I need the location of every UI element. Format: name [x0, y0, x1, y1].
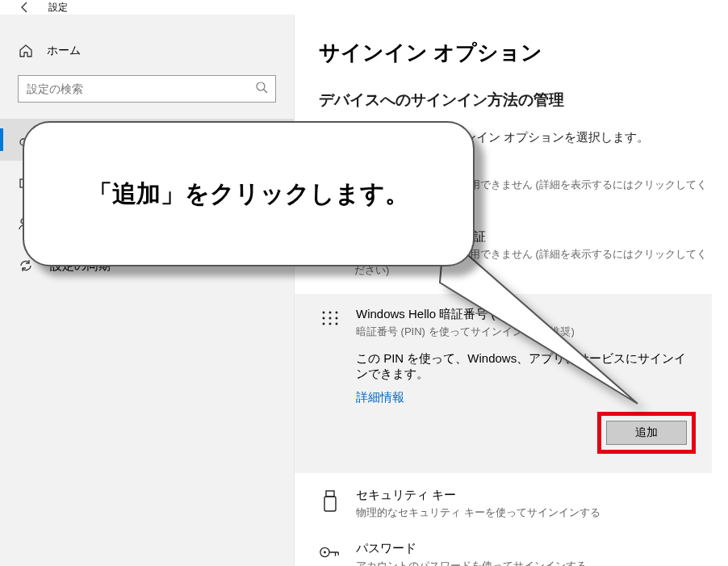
- svg-line-1: [264, 90, 267, 93]
- option-title: セキュリティ キー: [356, 488, 600, 503]
- svg-rect-19: [324, 497, 336, 511]
- home-button[interactable]: ホーム: [0, 35, 294, 67]
- option-title: パスワード: [356, 541, 587, 556]
- option-security-key[interactable]: セキュリティ キー 物理的なセキュリティ キーを使ってサインインする: [319, 473, 712, 537]
- svg-rect-18: [326, 491, 334, 497]
- svg-point-11: [336, 312, 338, 314]
- page-title: サインイン オプション: [319, 39, 712, 67]
- sidebar: ホーム サインイン オプション 職場ま: [0, 15, 295, 566]
- search-icon: [255, 81, 268, 97]
- option-password[interactable]: パスワード アカウントのパスワードを使ってサインインする: [319, 536, 712, 566]
- svg-point-9: [323, 312, 325, 314]
- pin-more-info-link[interactable]: 詳細情報: [356, 390, 404, 405]
- titlebar: 設定: [0, 0, 728, 15]
- window-title: 設定: [48, 1, 68, 15]
- instruction-callout: 「追加」をクリックします。: [23, 121, 475, 266]
- usb-key-icon: [319, 488, 341, 521]
- search-input[interactable]: [18, 75, 276, 103]
- pin-keypad-icon: [319, 307, 341, 340]
- password-key-icon: [319, 541, 341, 566]
- svg-point-12: [323, 317, 325, 320]
- sync-icon: [18, 258, 34, 274]
- svg-point-21: [324, 551, 326, 554]
- svg-point-13: [329, 317, 332, 320]
- svg-point-14: [336, 317, 338, 320]
- svg-point-0: [257, 82, 265, 90]
- search-container: [0, 67, 294, 119]
- home-label: ホーム: [47, 44, 81, 58]
- svg-point-15: [323, 323, 325, 325]
- svg-point-17: [336, 323, 338, 325]
- callout-text: 「追加」をクリックします。: [88, 178, 409, 211]
- back-icon[interactable]: [18, 0, 32, 15]
- home-icon: [18, 44, 34, 58]
- svg-point-16: [329, 323, 332, 325]
- section-heading: デバイスへのサインイン方法の管理: [319, 90, 712, 111]
- svg-point-10: [329, 312, 332, 314]
- option-subtitle: アカウントのパスワードを使ってサインインする: [356, 558, 587, 566]
- option-subtitle: 物理的なセキュリティ キーを使ってサインインする: [356, 505, 600, 521]
